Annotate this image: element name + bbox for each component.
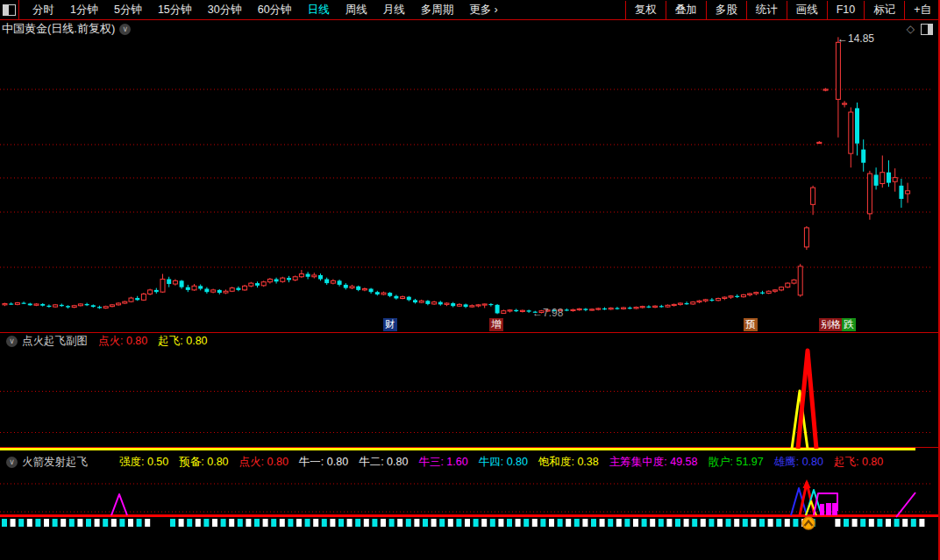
collapse-panel3-icon[interactable]: ∨ [6, 457, 18, 468]
tool-item[interactable]: 统计 [746, 1, 787, 19]
chevron-down-icon[interactable]: ∨ [119, 24, 131, 35]
chart-corner-icons: ◇ [907, 23, 933, 35]
tool-item[interactable]: 叠加 [666, 1, 706, 19]
period-item[interactable]: 周线 [338, 0, 375, 19]
event-tag[interactable]: 财 [383, 318, 397, 331]
period-item[interactable]: 日线 [300, 0, 338, 19]
period-item[interactable]: 更多 › [461, 0, 506, 19]
panel3-indicator-value: 预备: 0.80 [179, 455, 228, 470]
tool-item[interactable]: 画线 [787, 1, 827, 19]
panel2-values: 点火: 0.80起飞: 0.80 [88, 334, 208, 349]
panel3-header: ∨ 火箭发射起飞 强度: 0.50预备: 0.80点火: 0.80牛一: 0.8… [2, 455, 883, 470]
panel3-indicator-value: 点火: 0.80 [239, 455, 288, 470]
event-tag[interactable]: 增 [489, 318, 503, 331]
period-item[interactable]: 多周期 [413, 0, 462, 19]
chart-title-row: 中国黄金(日线.前复权) ∨ [2, 22, 131, 36]
period-item[interactable]: 15分钟 [150, 0, 200, 19]
stock-title: 中国黄金(日线.前复权) [2, 21, 115, 37]
panel3-indicator-value: 牛三: 1.60 [418, 455, 467, 470]
chart-canvas [0, 0, 940, 560]
split-view-icon[interactable] [921, 24, 933, 35]
panel3-indicator-value: 主筹集中度: 49.58 [609, 455, 698, 470]
collapse-panel2-icon[interactable]: ∨ [6, 336, 18, 347]
period-item[interactable]: 1分钟 [62, 0, 106, 19]
price-annotation: ←7.98 [532, 307, 563, 319]
panel3-indicator-value: 饱和度: 0.38 [538, 455, 599, 470]
panel3-name: 火箭发射起飞 [22, 455, 88, 470]
panel2-indicator-value: 点火: 0.80 [98, 334, 147, 349]
event-tag[interactable]: 预 [744, 318, 758, 331]
panel3-indicator-value: 强度: 0.50 [119, 455, 168, 470]
panel3-indicator-value: 雄鹰: 0.80 [774, 455, 823, 470]
period-item[interactable]: 5分钟 [106, 0, 150, 19]
price-annotation: ←14.85 [837, 32, 874, 45]
event-tag[interactable]: 别格 [819, 318, 843, 331]
period-item[interactable]: 60分钟 [250, 0, 300, 19]
period-item[interactable]: 分时 [25, 0, 62, 19]
panel2-header: ∨ 点火起飞副图 点火: 0.80起飞: 0.80 [2, 334, 208, 349]
panel3-indicator-value: 牛二: 0.80 [359, 455, 408, 470]
panel2-indicator-value: 起飞: 0.80 [158, 334, 207, 349]
period-toolbar: 分时1分钟5分钟15分钟30分钟60分钟日线周线月线多周期更多 › 复权叠加多股… [0, 0, 940, 20]
period-item[interactable]: 30分钟 [200, 0, 250, 19]
panel3-indicator-value: 牛一: 0.80 [299, 455, 348, 470]
panel3-indicator-value: 散户: 51.97 [708, 455, 763, 470]
app-window: 分时1分钟5分钟15分钟30分钟60分钟日线周线月线多周期更多 › 复权叠加多股… [0, 0, 940, 560]
event-tag[interactable]: 跌 [842, 318, 856, 331]
tool-item[interactable]: +自 [904, 1, 940, 19]
tool-item[interactable]: 复权 [625, 1, 666, 19]
panel3-indicator-value: 起飞: 0.80 [834, 455, 883, 470]
panel2-name: 点火起飞副图 [22, 334, 88, 349]
tool-item[interactable]: 多股 [706, 1, 746, 19]
tool-item[interactable]: 标记 [864, 1, 904, 19]
layout-toggle-icon[interactable] [0, 0, 19, 19]
panel3-indicator-value: 牛四: 0.80 [479, 455, 528, 470]
diamond-icon[interactable]: ◇ [907, 23, 915, 35]
panel3-values: 强度: 0.50预备: 0.80点火: 0.80牛一: 0.80牛二: 0.80… [109, 455, 883, 470]
gold-signal-icon [802, 517, 815, 529]
tools-menu: 复权叠加多股统计画线F10标记+自 [625, 1, 940, 19]
period-menu: 分时1分钟5分钟15分钟30分钟60分钟日线周线月线多周期更多 › [25, 0, 506, 19]
period-item[interactable]: 月线 [375, 0, 413, 19]
tool-item[interactable]: F10 [827, 1, 865, 19]
